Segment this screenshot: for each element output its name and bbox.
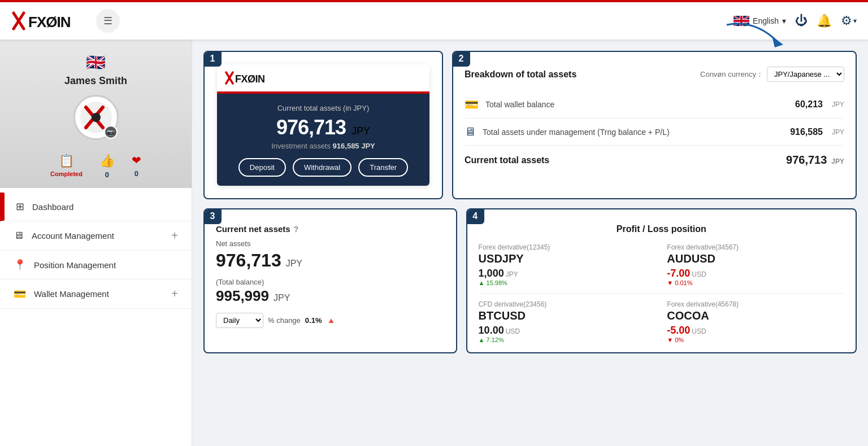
audusd-unit: USD — [692, 270, 706, 278]
pl-divider — [479, 293, 844, 294]
wallet-currency: JPY — [832, 100, 844, 108]
currency-dropdown[interactable]: JPY/Japanese ... USD/US Dollar EUR/Euro — [767, 67, 844, 82]
hamburger-icon: ☰ — [103, 15, 112, 27]
change-row: Daily Weekly Monthly % change 0.1% 🔺 — [216, 313, 445, 328]
wallet-icon: 💳 — [465, 98, 479, 111]
change-value: 0.1% — [305, 316, 322, 325]
management-value: 916,585 — [790, 127, 823, 137]
pl-item-audusd: Forex derivative(34567) AUDUSD -7.00 USD… — [667, 243, 844, 286]
pl-item-usdjpy: Forex derivative(12345) USDJPY 1,000 JPY… — [479, 243, 656, 286]
breakdown-title: Breakdown of total assets — [465, 69, 576, 80]
currency-selector: Convøn currency： JPY/Japanese ... USD/US… — [700, 67, 844, 82]
settings-button[interactable]: ⚙ ▾ — [841, 14, 857, 28]
management-icon: 🖥 — [465, 125, 476, 138]
audusd-meta: Forex derivative(34567) — [667, 243, 844, 251]
wallet-management-label: Wallet Management — [34, 289, 109, 299]
cocoa-value: -5.00 — [667, 325, 690, 336]
net-assets-card: 3 Current net assets ? Net assets 976,71… — [203, 208, 457, 353]
profile-stats: 📋 Completed 👍 0 ❤ 0 — [11, 149, 180, 179]
asset-body: Current total assets (in JPY) 976,713 JP… — [217, 94, 429, 186]
total-label: Current total assets — [465, 155, 549, 165]
pl-card: 4 Profit / Loss position Forex derivativ… — [466, 208, 857, 353]
cocoa-unit: USD — [692, 327, 706, 335]
wallet-management-expand[interactable]: + — [171, 287, 178, 300]
total-unit: JPY — [831, 158, 844, 165]
pl-item-btcusd: CFD derivative(23456) BTCUSD 10.00 USD ▲… — [479, 300, 656, 343]
management-label: Total assets under management (Trng bala… — [483, 128, 783, 137]
change-arrow-icon: 🔺 — [326, 316, 336, 325]
withdrawal-button[interactable]: Withdrawal — [293, 158, 351, 177]
fxon-logo: FXØIN — [11, 8, 85, 33]
breakdown-card: 2 Breakdown of total assets Convøn curre… — [452, 51, 857, 199]
bell-icon[interactable]: 🔔 — [817, 14, 832, 28]
nav-left: FXØIN ☰ — [11, 8, 120, 33]
wallet-management-icon: 💳 — [14, 288, 26, 300]
sidebar-item-position-management[interactable]: 📍 Position Management — [0, 251, 192, 279]
language-label: English — [753, 16, 779, 25]
asset-buttons: Deposit Withdrawal Transfer — [225, 158, 422, 177]
period-dropdown[interactable]: Daily Weekly Monthly — [216, 313, 263, 328]
settings-chevron: ▾ — [853, 17, 857, 25]
usdjpy-meta: Forex derivative(12345) — [479, 243, 656, 251]
currency-label: Convøn currency： — [700, 69, 763, 80]
asset-title: Current total assets (in JPY) — [225, 104, 422, 112]
stat-hearts: ❤ 0 — [132, 154, 141, 179]
account-management-expand[interactable]: + — [171, 229, 178, 242]
dashboard-icon: ⊞ — [16, 200, 24, 213]
badge-1: 1 — [203, 51, 222, 67]
sidebar-item-wallet-management[interactable]: 💳 Wallet Management + — [0, 279, 192, 309]
hamburger-button[interactable]: ☰ — [96, 9, 120, 33]
total-value: 976,713 — [786, 154, 827, 167]
likes-count: 0 — [105, 170, 109, 179]
net-assets-value: 976,713 — [216, 250, 281, 271]
audusd-name: AUDUSD — [667, 252, 844, 265]
profile-name: James Smith — [11, 75, 180, 87]
active-indicator — [2, 193, 5, 221]
sidebar-item-account-management[interactable]: 🖥 Account Management + — [0, 221, 192, 251]
breakdown-row-management: 🖥 Total assets under management (Trng ba… — [465, 119, 844, 146]
svg-text:FXØIN: FXØIN — [235, 73, 265, 85]
pl-item-cocoa: Forex derivative(45678) COCOA -5.00 USD … — [667, 300, 844, 343]
breakdown-header: Breakdown of total assets Convøn currenc… — [465, 67, 844, 82]
language-selector[interactable]: English ▾ — [734, 16, 786, 26]
position-management-label: Position Management — [34, 260, 116, 270]
hearts-count: 0 — [134, 169, 138, 178]
btcusd-change: ▲ 7.12% — [479, 336, 656, 343]
svg-rect-12 — [734, 20, 749, 22]
breakdown-total-row: Current total assets 976,713 JPY — [465, 146, 844, 167]
btcusd-value: 10.00 — [479, 325, 504, 336]
pl-grid: Forex derivative(12345) USDJPY 1,000 JPY… — [479, 243, 844, 343]
usdjpy-value: 1,000 — [479, 268, 504, 279]
account-management-icon: 🖥 — [14, 230, 24, 242]
badge-3: 3 — [203, 208, 222, 224]
management-currency: JPY — [832, 128, 844, 136]
completed-label: Completed — [50, 170, 83, 177]
avatar-area: 📷 — [73, 95, 119, 140]
stat-likes: 👍 0 — [99, 154, 115, 179]
btcusd-meta: CFD derivative(23456) — [479, 300, 656, 308]
usdjpy-name: USDJPY — [479, 252, 656, 265]
cocoa-meta: Forex derivative(45678) — [667, 300, 844, 308]
asset-card: 1 FXØIN Current total assets (in — [203, 51, 443, 199]
power-button[interactable]: ⏻ — [795, 14, 808, 28]
svg-text:FXØIN: FXØIN — [28, 14, 71, 30]
badge-2: 2 — [452, 51, 470, 67]
content-row-2: 3 Current net assets ? Net assets 976,71… — [203, 208, 857, 353]
position-management-icon: 📍 — [14, 259, 26, 271]
sidebar-item-dashboard[interactable]: ⊞ Dashboard — [0, 193, 192, 221]
asset-currency: JPY — [351, 125, 370, 137]
gear-icon: ⚙ — [841, 14, 852, 28]
camera-badge[interactable]: 📷 — [104, 125, 118, 139]
asset-card-inner: FXØIN Current total assets (in JPY) 976,… — [217, 64, 429, 186]
help-icon[interactable]: ? — [294, 225, 299, 234]
top-navigation: FXØIN ☰ English ▾ — [0, 0, 868, 40]
language-chevron: ▾ — [782, 16, 786, 25]
sidebar: 🇬🇧 James Smith 📷 📋 Completed — [0, 40, 192, 446]
transfer-button[interactable]: Transfer — [358, 158, 408, 177]
net-assets-label: Net assets — [216, 239, 445, 248]
main-layout: 🇬🇧 James Smith 📷 📋 Completed — [0, 40, 868, 446]
audusd-change: ▼ 0.01% — [667, 279, 844, 286]
net-total-value: 995,999 — [216, 287, 269, 305]
deposit-button[interactable]: Deposit — [238, 158, 286, 177]
badge-4: 4 — [466, 208, 484, 224]
